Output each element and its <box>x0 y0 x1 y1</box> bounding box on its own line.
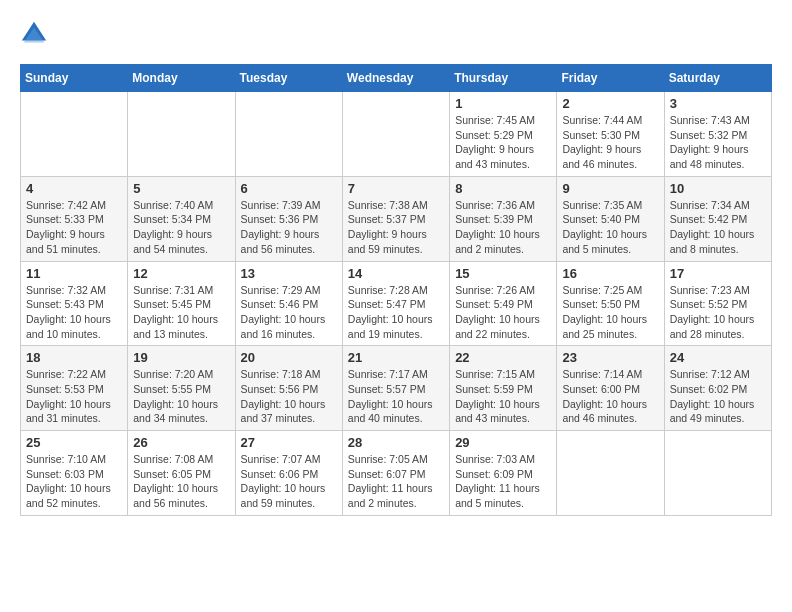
calendar-cell: 13Sunrise: 7:29 AMSunset: 5:46 PMDayligh… <box>235 261 342 346</box>
day-info: Sunrise: 7:18 AMSunset: 5:56 PMDaylight:… <box>241 367 337 426</box>
day-number: 22 <box>455 350 551 365</box>
calendar-table: SundayMondayTuesdayWednesdayThursdayFrid… <box>20 64 772 516</box>
day-number: 8 <box>455 181 551 196</box>
calendar-cell: 21Sunrise: 7:17 AMSunset: 5:57 PMDayligh… <box>342 346 449 431</box>
calendar-cell: 29Sunrise: 7:03 AMSunset: 6:09 PMDayligh… <box>450 431 557 516</box>
calendar-cell: 27Sunrise: 7:07 AMSunset: 6:06 PMDayligh… <box>235 431 342 516</box>
calendar-cell: 14Sunrise: 7:28 AMSunset: 5:47 PMDayligh… <box>342 261 449 346</box>
day-number: 2 <box>562 96 658 111</box>
day-number: 19 <box>133 350 229 365</box>
week-row-2: 4Sunrise: 7:42 AMSunset: 5:33 PMDaylight… <box>21 176 772 261</box>
day-info: Sunrise: 7:03 AMSunset: 6:09 PMDaylight:… <box>455 452 551 511</box>
calendar-cell: 3Sunrise: 7:43 AMSunset: 5:32 PMDaylight… <box>664 92 771 177</box>
calendar-cell: 15Sunrise: 7:26 AMSunset: 5:49 PMDayligh… <box>450 261 557 346</box>
day-number: 15 <box>455 266 551 281</box>
calendar-cell: 26Sunrise: 7:08 AMSunset: 6:05 PMDayligh… <box>128 431 235 516</box>
week-row-1: 1Sunrise: 7:45 AMSunset: 5:29 PMDaylight… <box>21 92 772 177</box>
calendar-cell: 5Sunrise: 7:40 AMSunset: 5:34 PMDaylight… <box>128 176 235 261</box>
calendar-cell: 25Sunrise: 7:10 AMSunset: 6:03 PMDayligh… <box>21 431 128 516</box>
day-info: Sunrise: 7:12 AMSunset: 6:02 PMDaylight:… <box>670 367 766 426</box>
calendar-cell: 18Sunrise: 7:22 AMSunset: 5:53 PMDayligh… <box>21 346 128 431</box>
calendar-cell <box>664 431 771 516</box>
day-info: Sunrise: 7:45 AMSunset: 5:29 PMDaylight:… <box>455 113 551 172</box>
calendar-cell: 19Sunrise: 7:20 AMSunset: 5:55 PMDayligh… <box>128 346 235 431</box>
day-header-row: SundayMondayTuesdayWednesdayThursdayFrid… <box>21 65 772 92</box>
day-info: Sunrise: 7:17 AMSunset: 5:57 PMDaylight:… <box>348 367 444 426</box>
day-number: 26 <box>133 435 229 450</box>
calendar-cell: 23Sunrise: 7:14 AMSunset: 6:00 PMDayligh… <box>557 346 664 431</box>
day-info: Sunrise: 7:40 AMSunset: 5:34 PMDaylight:… <box>133 198 229 257</box>
day-number: 1 <box>455 96 551 111</box>
calendar-cell: 7Sunrise: 7:38 AMSunset: 5:37 PMDaylight… <box>342 176 449 261</box>
calendar-cell <box>21 92 128 177</box>
day-info: Sunrise: 7:43 AMSunset: 5:32 PMDaylight:… <box>670 113 766 172</box>
day-info: Sunrise: 7:07 AMSunset: 6:06 PMDaylight:… <box>241 452 337 511</box>
calendar-cell <box>128 92 235 177</box>
calendar-cell: 4Sunrise: 7:42 AMSunset: 5:33 PMDaylight… <box>21 176 128 261</box>
column-header-friday: Friday <box>557 65 664 92</box>
day-info: Sunrise: 7:08 AMSunset: 6:05 PMDaylight:… <box>133 452 229 511</box>
day-info: Sunrise: 7:34 AMSunset: 5:42 PMDaylight:… <box>670 198 766 257</box>
week-row-5: 25Sunrise: 7:10 AMSunset: 6:03 PMDayligh… <box>21 431 772 516</box>
day-info: Sunrise: 7:20 AMSunset: 5:55 PMDaylight:… <box>133 367 229 426</box>
day-info: Sunrise: 7:15 AMSunset: 5:59 PMDaylight:… <box>455 367 551 426</box>
calendar-cell: 2Sunrise: 7:44 AMSunset: 5:30 PMDaylight… <box>557 92 664 177</box>
column-header-thursday: Thursday <box>450 65 557 92</box>
day-number: 5 <box>133 181 229 196</box>
day-info: Sunrise: 7:39 AMSunset: 5:36 PMDaylight:… <box>241 198 337 257</box>
day-info: Sunrise: 7:44 AMSunset: 5:30 PMDaylight:… <box>562 113 658 172</box>
calendar-cell: 20Sunrise: 7:18 AMSunset: 5:56 PMDayligh… <box>235 346 342 431</box>
day-number: 28 <box>348 435 444 450</box>
page-header <box>20 20 772 48</box>
day-number: 21 <box>348 350 444 365</box>
calendar-cell: 6Sunrise: 7:39 AMSunset: 5:36 PMDaylight… <box>235 176 342 261</box>
calendar-cell: 17Sunrise: 7:23 AMSunset: 5:52 PMDayligh… <box>664 261 771 346</box>
day-info: Sunrise: 7:22 AMSunset: 5:53 PMDaylight:… <box>26 367 122 426</box>
column-header-tuesday: Tuesday <box>235 65 342 92</box>
calendar-cell <box>342 92 449 177</box>
day-info: Sunrise: 7:32 AMSunset: 5:43 PMDaylight:… <box>26 283 122 342</box>
day-info: Sunrise: 7:05 AMSunset: 6:07 PMDaylight:… <box>348 452 444 511</box>
day-number: 4 <box>26 181 122 196</box>
calendar-cell: 10Sunrise: 7:34 AMSunset: 5:42 PMDayligh… <box>664 176 771 261</box>
day-number: 3 <box>670 96 766 111</box>
column-header-monday: Monday <box>128 65 235 92</box>
day-number: 27 <box>241 435 337 450</box>
day-number: 10 <box>670 181 766 196</box>
week-row-3: 11Sunrise: 7:32 AMSunset: 5:43 PMDayligh… <box>21 261 772 346</box>
logo <box>20 20 52 48</box>
column-header-wednesday: Wednesday <box>342 65 449 92</box>
calendar-cell: 11Sunrise: 7:32 AMSunset: 5:43 PMDayligh… <box>21 261 128 346</box>
day-number: 9 <box>562 181 658 196</box>
day-info: Sunrise: 7:28 AMSunset: 5:47 PMDaylight:… <box>348 283 444 342</box>
day-number: 13 <box>241 266 337 281</box>
day-info: Sunrise: 7:14 AMSunset: 6:00 PMDaylight:… <box>562 367 658 426</box>
calendar-cell: 16Sunrise: 7:25 AMSunset: 5:50 PMDayligh… <box>557 261 664 346</box>
day-number: 17 <box>670 266 766 281</box>
calendar-cell <box>235 92 342 177</box>
calendar-cell: 1Sunrise: 7:45 AMSunset: 5:29 PMDaylight… <box>450 92 557 177</box>
calendar-cell: 22Sunrise: 7:15 AMSunset: 5:59 PMDayligh… <box>450 346 557 431</box>
day-info: Sunrise: 7:23 AMSunset: 5:52 PMDaylight:… <box>670 283 766 342</box>
calendar-cell: 9Sunrise: 7:35 AMSunset: 5:40 PMDaylight… <box>557 176 664 261</box>
day-number: 23 <box>562 350 658 365</box>
day-info: Sunrise: 7:38 AMSunset: 5:37 PMDaylight:… <box>348 198 444 257</box>
column-header-saturday: Saturday <box>664 65 771 92</box>
day-number: 6 <box>241 181 337 196</box>
day-info: Sunrise: 7:35 AMSunset: 5:40 PMDaylight:… <box>562 198 658 257</box>
day-number: 11 <box>26 266 122 281</box>
calendar-cell <box>557 431 664 516</box>
day-number: 14 <box>348 266 444 281</box>
calendar-cell: 28Sunrise: 7:05 AMSunset: 6:07 PMDayligh… <box>342 431 449 516</box>
day-number: 29 <box>455 435 551 450</box>
week-row-4: 18Sunrise: 7:22 AMSunset: 5:53 PMDayligh… <box>21 346 772 431</box>
day-info: Sunrise: 7:26 AMSunset: 5:49 PMDaylight:… <box>455 283 551 342</box>
day-number: 25 <box>26 435 122 450</box>
day-number: 20 <box>241 350 337 365</box>
day-info: Sunrise: 7:31 AMSunset: 5:45 PMDaylight:… <box>133 283 229 342</box>
column-header-sunday: Sunday <box>21 65 128 92</box>
day-number: 7 <box>348 181 444 196</box>
day-number: 16 <box>562 266 658 281</box>
day-info: Sunrise: 7:10 AMSunset: 6:03 PMDaylight:… <box>26 452 122 511</box>
day-number: 12 <box>133 266 229 281</box>
